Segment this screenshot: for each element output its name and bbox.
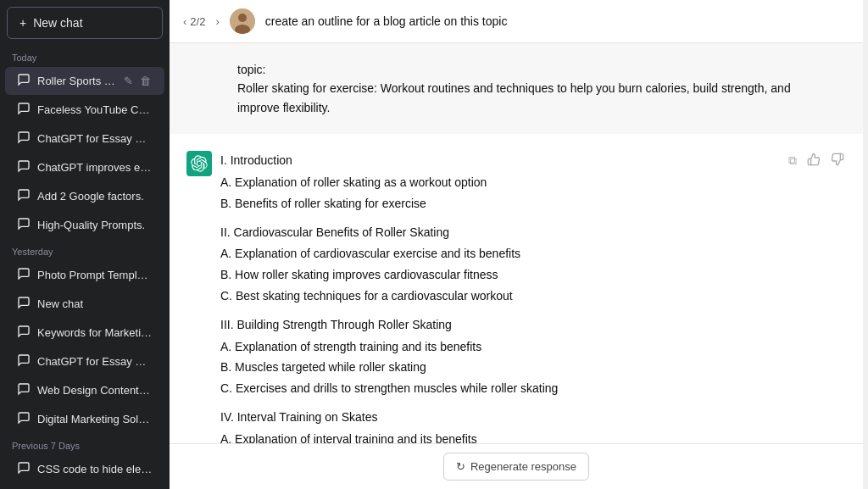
assistant-message-content: I. IntroductionA. Explanation of roller … xyxy=(220,151,795,443)
bottom-bar: ↻ Regenerate response xyxy=(170,443,863,489)
chat-bubble-icon xyxy=(17,382,31,398)
topbar: ‹ 2/2 › create an outline for a blog art… xyxy=(170,0,863,43)
sidebar-item-text: Add 2 Google factors. xyxy=(37,190,144,203)
regenerate-icon: ↻ xyxy=(456,460,465,473)
chat-bubble-icon xyxy=(17,159,31,175)
chat-area: topic: Roller skating for exercise: Work… xyxy=(170,43,863,443)
regenerate-label: Regenerate response xyxy=(470,460,576,473)
sidebar-item-add-2-google[interactable]: Add 2 Google factors. xyxy=(5,182,164,210)
sidebar-item-text: Web Design Content Ideas. xyxy=(37,384,153,397)
page-count: 2/2 xyxy=(190,15,205,28)
nav-prev-button[interactable]: ‹ xyxy=(183,15,186,28)
sidebar-item-faceless-youtube[interactable]: Faceless YouTube Channel Ni xyxy=(5,96,164,124)
sidebar-item-text: ChatGPT for Essay Writing. xyxy=(37,355,153,368)
regenerate-button[interactable]: ↻ Regenerate response xyxy=(443,453,589,481)
chat-bubble-icon xyxy=(17,353,31,370)
chat-bubble-icon xyxy=(17,131,31,147)
right-scrollbar[interactable] xyxy=(863,0,868,489)
sidebar-items-container: TodayRoller Sports Comparis✎🗑Faceless Yo… xyxy=(0,46,170,489)
user-message-block: topic: Roller skating for exercise: Work… xyxy=(170,43,863,134)
chat-bubble-icon xyxy=(17,325,31,341)
sidebar: + New chat TodayRoller Sports Comparis✎🗑… xyxy=(0,0,170,489)
sidebar-item-text: ChatGPT improves essay writi xyxy=(37,161,153,174)
chat-bubble-icon xyxy=(17,296,31,312)
copy-button[interactable]: ⧉ xyxy=(787,151,798,170)
sidebar-item-digital-marketing[interactable]: Digital Marketing Solutions. xyxy=(5,405,164,433)
user-avatar xyxy=(230,8,255,34)
sidebar-item-text: CSS code to hide element. xyxy=(37,463,153,475)
sidebar-item-css-hide-element[interactable]: CSS code to hide element. xyxy=(5,455,164,483)
chat-bubble-icon xyxy=(17,461,31,477)
chat-bubble-icon xyxy=(17,267,31,283)
outline-item: A. Explanation of cardiovascular exercis… xyxy=(220,244,795,264)
sidebar-item-text: High-Quality Prompts. xyxy=(37,219,145,231)
outline-item: B. How roller skating improves cardiovas… xyxy=(220,265,795,286)
outline-section: IV. Interval Training on SkatesA. Explan… xyxy=(220,408,795,443)
outline-section: II. Cardiovascular Benefits of Roller Sk… xyxy=(220,223,795,307)
page-current: 2 xyxy=(190,15,196,28)
page-total: 2 xyxy=(199,15,205,28)
message-actions: ⧉ xyxy=(787,151,846,170)
sidebar-item-new-chat-item[interactable]: New chat xyxy=(5,290,164,318)
chat-bubble-icon xyxy=(17,411,31,427)
sidebar-item-chatgpt-essay-writing-2[interactable]: ChatGPT for Essay Writing. xyxy=(5,347,164,375)
assistant-message-block: ⧉ I. IntroductionA. Explanation of rolle… xyxy=(170,134,863,443)
topbar-prompt: create an outline for a blog article on … xyxy=(265,14,508,28)
user-message-label: topic: xyxy=(237,60,795,79)
sidebar-section-label: Previous 7 Days xyxy=(0,434,170,454)
outline-heading: III. Building Strength Through Roller Sk… xyxy=(220,315,795,336)
sidebar-item-text: Roller Sports Comparis xyxy=(37,75,115,87)
thumbs-up-button[interactable] xyxy=(805,151,822,170)
sidebar-item-text: Keywords for Marketing xyxy=(37,326,153,339)
nav-arrows: ‹ 2/2 › xyxy=(183,15,220,28)
outline-item: A. Explanation of interval training and … xyxy=(220,430,795,443)
outline-heading: IV. Interval Training on Skates xyxy=(220,408,795,428)
main-panel: ‹ 2/2 › create an outline for a blog art… xyxy=(170,0,863,489)
chat-bubble-icon xyxy=(17,217,31,233)
chat-bubble-icon xyxy=(17,102,31,118)
plus-icon: + xyxy=(19,16,26,30)
thumbs-down-button[interactable] xyxy=(829,151,846,170)
outline-item: C. Best skating techniques for a cardiov… xyxy=(220,286,795,307)
outline-heading: I. Introduction xyxy=(220,151,795,171)
user-message-content: topic: Roller skating for exercise: Work… xyxy=(237,60,795,117)
chat-bubble-icon xyxy=(17,188,31,204)
outline-section: I. IntroductionA. Explanation of roller … xyxy=(220,151,795,214)
sidebar-item-photo-prompt[interactable]: Photo Prompt Template. xyxy=(5,261,164,289)
outline-item: B. Benefits of roller skating for exerci… xyxy=(220,194,795,214)
svg-point-1 xyxy=(238,14,247,22)
outline-item: A. Explanation of roller skating as a wo… xyxy=(220,173,795,193)
sidebar-item-chatgpt-improves-essay[interactable]: ChatGPT improves essay writi xyxy=(5,153,164,181)
outline-item: C. Exercises and drills to strengthen mu… xyxy=(220,379,795,399)
sidebar-item-high-quality-prompts[interactable]: High-Quality Prompts. xyxy=(5,211,164,239)
delete-chat-button[interactable]: 🗑 xyxy=(138,75,153,87)
chat-bubble-icon xyxy=(17,73,31,89)
sidebar-item-keywords-marketing[interactable]: Keywords for Marketing xyxy=(5,319,164,347)
sidebar-item-text: Digital Marketing Solutions. xyxy=(37,413,153,425)
outline-item: B. Muscles targeted while roller skating xyxy=(220,358,795,378)
sidebar-section-label: Yesterday xyxy=(0,240,170,260)
outline-item: A. Explanation of strength training and … xyxy=(220,337,795,358)
sidebar-item-divi-theme[interactable]: Divi theme: remove title xyxy=(5,484,164,489)
sidebar-section-label: Today xyxy=(0,46,170,66)
outline-heading: II. Cardiovascular Benefits of Roller Sk… xyxy=(220,223,795,243)
sidebar-item-chatgpt-essay-writing[interactable]: ChatGPT for Essay Writing xyxy=(5,125,164,153)
sidebar-item-actions: ✎🗑 xyxy=(122,75,153,87)
sidebar-item-text: Photo Prompt Template. xyxy=(37,269,153,281)
new-chat-label: New chat xyxy=(33,16,82,30)
sidebar-item-text: Faceless YouTube Channel Ni xyxy=(37,103,153,116)
nav-next-button[interactable]: › xyxy=(215,15,219,28)
sidebar-item-text: New chat xyxy=(37,297,83,310)
edit-chat-button[interactable]: ✎ xyxy=(122,75,135,87)
user-message-text: Roller skating for exercise: Workout rou… xyxy=(237,79,795,117)
new-chat-button[interactable]: + New chat xyxy=(7,7,163,39)
sidebar-item-text: ChatGPT for Essay Writing xyxy=(37,132,153,145)
sidebar-item-web-design-content[interactable]: Web Design Content Ideas. xyxy=(5,376,164,404)
outline-section: III. Building Strength Through Roller Sk… xyxy=(220,315,795,399)
assistant-icon xyxy=(186,151,212,176)
sidebar-item-roller-sports[interactable]: Roller Sports Comparis✎🗑 xyxy=(5,67,164,95)
